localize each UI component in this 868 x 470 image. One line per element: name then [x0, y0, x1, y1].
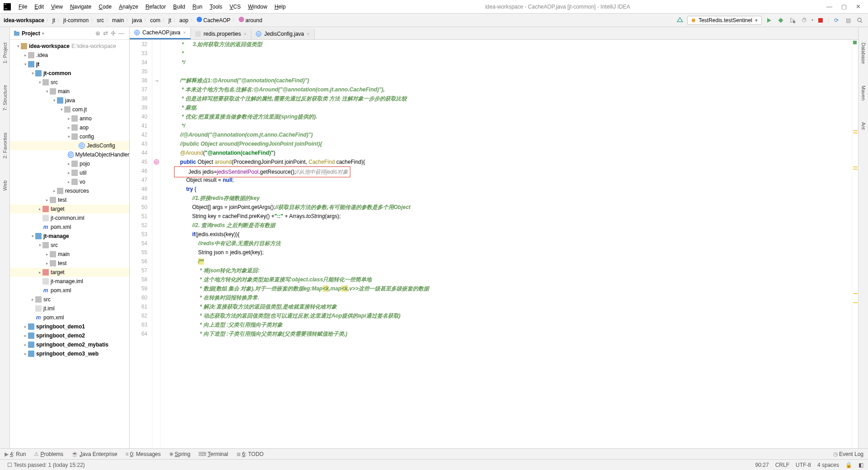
tree-item[interactable]: ▾jt-manage	[10, 232, 129, 241]
line-ending[interactable]: CRLF	[775, 462, 789, 468]
menu-run[interactable]: Run	[189, 2, 206, 11]
minimize-button[interactable]: —	[826, 3, 832, 10]
tree-item[interactable]: ▾src	[10, 241, 129, 250]
indent[interactable]: 4 spaces	[817, 462, 839, 468]
tree-item[interactable]: jt-manage.iml	[10, 277, 129, 286]
rail-structure[interactable]: 7: Structure	[2, 83, 8, 113]
build-icon[interactable]	[675, 16, 684, 25]
menu-build[interactable]: Build	[170, 2, 189, 11]
tree-item[interactable]: ▸.idea	[10, 51, 129, 60]
tree-item[interactable]: ▸target	[10, 204, 129, 214]
tree-item[interactable]: ▾com.jt	[10, 105, 129, 114]
locate-icon[interactable]: ⊕	[95, 30, 100, 37]
tree-item[interactable]: ▾java	[10, 96, 129, 105]
breadcrumb[interactable]: idea-workspace〉jt〉jt-common〉src〉main〉jav…	[4, 17, 262, 24]
menu-edit[interactable]: Edit	[31, 2, 47, 11]
breadcrumb-item[interactable]: jt	[52, 17, 55, 24]
stop-button[interactable]	[816, 16, 825, 25]
tool-javaenterprise[interactable]: ☕Java Enterprise	[71, 451, 117, 457]
profile-dropdown[interactable]: ▾	[811, 18, 813, 22]
run-config-selector[interactable]: TestRedis.testSentinel ▾	[687, 16, 762, 25]
rail-project[interactable]: 1: Project	[2, 41, 8, 65]
tree-item[interactable]: ▸pojo	[10, 159, 129, 168]
menu-file[interactable]: File	[15, 2, 30, 11]
close-tab-icon[interactable]: ×	[307, 31, 310, 37]
breadcrumb-item[interactable]: aop	[179, 17, 189, 24]
tree-item[interactable]: ▾src	[10, 78, 129, 87]
tool-messages[interactable]: ≡0: Messages	[125, 451, 160, 457]
tree-item[interactable]: CMyMetaObjectHandler	[10, 150, 129, 159]
settings-icon[interactable]: ✢	[111, 30, 116, 37]
tree-item[interactable]: ▸util	[10, 168, 129, 177]
close-button[interactable]: ✕	[856, 3, 861, 10]
breadcrumb-item[interactable]: jt-common	[63, 17, 89, 24]
breadcrumb-item[interactable]: around	[239, 17, 262, 24]
breadcrumb-item[interactable]: com	[150, 17, 160, 24]
run-button[interactable]	[764, 16, 774, 25]
maximize-button[interactable]: ▢	[841, 3, 847, 10]
menu-analyze[interactable]: Analyze	[116, 2, 142, 11]
tree-item[interactable]: ▸src	[10, 295, 129, 304]
tree-item[interactable]: ▸springboot_demo3_web	[10, 349, 129, 358]
menu-navigate[interactable]: Navigate	[67, 2, 94, 11]
breadcrumb-item[interactable]: java	[132, 17, 142, 24]
close-tab-icon[interactable]: ×	[244, 31, 246, 37]
project-tree[interactable]: ▾idea-workspaceE:\idea-workspace▸.idea▾j…	[10, 40, 129, 448]
event-log[interactable]: ◷ Event Log	[833, 451, 863, 457]
tree-item[interactable]: ▾jt-common	[10, 69, 129, 78]
breadcrumb-item[interactable]: CacheAOP	[197, 17, 231, 24]
menu-help[interactable]: Help	[271, 2, 289, 11]
menu-code[interactable]: Code	[95, 2, 115, 11]
expand-icon[interactable]: ⇄	[103, 30, 108, 37]
breadcrumb-item[interactable]: main	[112, 17, 124, 24]
error-stripe[interactable]	[852, 40, 858, 448]
tree-item[interactable]: CJedisConfig	[10, 141, 129, 150]
profile-button[interactable]: ⏱	[800, 16, 809, 25]
editor-tab[interactable]: CCacheAOP.java×	[130, 27, 191, 39]
close-tab-icon[interactable]: ×	[183, 30, 186, 35]
menu-window[interactable]: Window	[245, 2, 270, 11]
coverage-button[interactable]	[788, 16, 797, 25]
breadcrumb-item[interactable]: idea-workspace	[4, 17, 44, 24]
rail-database[interactable]: Database	[861, 41, 866, 66]
tree-item[interactable]: ▾main	[10, 87, 129, 96]
rail-ant[interactable]: Ant	[861, 120, 866, 132]
rail-web[interactable]: Web	[2, 179, 8, 192]
tree-item[interactable]: ▸target	[10, 268, 129, 277]
tool-terminal[interactable]: ⌨Terminal	[198, 451, 228, 457]
rail-maven[interactable]: Maven	[861, 84, 866, 102]
structure-popup-button[interactable]: ▤	[844, 16, 853, 25]
tree-item[interactable]: ▸springboot_demo2_mybatis	[10, 340, 129, 349]
update-button[interactable]: ⟳	[832, 16, 841, 25]
menu-refactor[interactable]: Refactor	[142, 2, 169, 11]
debug-button[interactable]	[776, 16, 785, 25]
menu-vcs[interactable]: VCS	[226, 2, 244, 11]
tree-item[interactable]: ▸springboot_demo2	[10, 331, 129, 340]
tree-item[interactable]: ▸resources	[10, 186, 129, 195]
readonly-lock-icon[interactable]: 🔒	[845, 462, 852, 468]
tool-todo[interactable]: ≣6: TODO	[236, 451, 264, 457]
editor-tab[interactable]: redis.properties×	[191, 28, 251, 39]
tree-item[interactable]: ▸vo	[10, 177, 129, 186]
tool-problems[interactable]: ⚠Problems	[34, 451, 63, 457]
code-content[interactable]: * 3.如何获取方法的返回值类型 * */ /**解释难点1:@Around("…	[160, 40, 852, 448]
breadcrumb-item[interactable]: jt	[169, 17, 171, 24]
tree-item[interactable]: ▸test	[10, 259, 129, 268]
tree-item[interactable]: jt-common.iml	[10, 214, 129, 223]
breadcrumb-item[interactable]: src	[97, 17, 104, 24]
tree-item[interactable]: mpom.xml	[10, 286, 129, 295]
chevron-down-icon[interactable]: ▾	[42, 31, 44, 36]
tree-item[interactable]: ▾config	[10, 132, 129, 141]
tree-item[interactable]: ▸aop	[10, 123, 129, 132]
tree-item[interactable]: ▸test	[10, 195, 129, 204]
tree-item[interactable]: ▾idea-workspaceE:\idea-workspace	[10, 42, 129, 51]
tree-item[interactable]: ▾jt	[10, 60, 129, 69]
caret-position[interactable]: 90:27	[755, 462, 769, 468]
menu-view[interactable]: View	[48, 2, 66, 11]
search-button[interactable]	[855, 16, 864, 25]
tool-run[interactable]: ▶4: Run	[5, 451, 26, 457]
tree-item[interactable]: jt.iml	[10, 304, 129, 313]
tree-item[interactable]: mpom.xml	[10, 313, 129, 322]
hide-icon[interactable]: —	[118, 30, 124, 37]
tree-item[interactable]: ▸anno	[10, 114, 129, 123]
